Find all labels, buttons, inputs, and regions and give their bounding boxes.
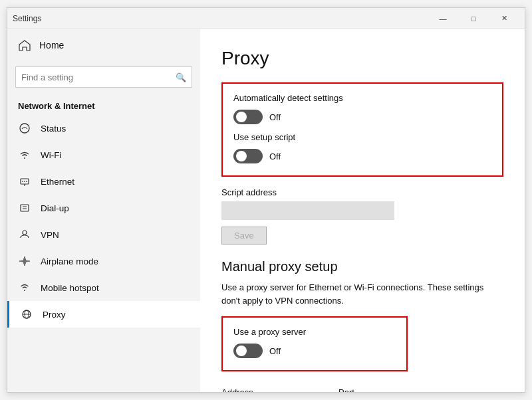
svg-rect-6: [21, 205, 29, 211]
window-controls: — □ ✕: [428, 8, 519, 29]
script-address-input[interactable]: [221, 201, 394, 220]
use-proxy-section: Use a proxy server Off: [221, 316, 408, 371]
sidebar-item-hotspot[interactable]: Mobile hotspot: [7, 274, 200, 301]
sidebar-item-wifi[interactable]: Wi-Fi: [7, 142, 200, 168]
sidebar-item-label: Mobile hotspot: [41, 283, 99, 293]
sidebar-item-label: Airplane mode: [41, 256, 98, 266]
home-label: Home: [39, 40, 64, 50]
search-input[interactable]: [21, 72, 172, 82]
svg-point-9: [23, 231, 27, 235]
sidebar-item-airplane[interactable]: Airplane mode: [7, 248, 200, 274]
sidebar: Home 🔍 Network & Internet Status: [7, 29, 200, 392]
sidebar-item-ethernet[interactable]: Ethernet: [7, 168, 200, 195]
use-proxy-toggle-label: Off: [269, 346, 281, 356]
sidebar-item-label: Ethernet: [41, 177, 74, 187]
auto-detect-label: Automatically detect settings: [233, 93, 491, 103]
sidebar-item-label: Dial-up: [41, 203, 69, 213]
ethernet-icon: [18, 175, 31, 188]
dialup-icon: [18, 201, 31, 215]
svg-point-0: [20, 124, 29, 133]
sidebar-item-label: Wi-Fi: [41, 150, 61, 160]
auto-detect-toggle-label: Off: [269, 112, 281, 122]
vpn-icon: [18, 228, 31, 241]
wifi-icon: [18, 148, 31, 161]
sidebar-item-proxy[interactable]: Proxy: [7, 301, 200, 328]
close-button[interactable]: ✕: [489, 8, 519, 29]
script-address-label: Script address: [221, 187, 503, 197]
search-box[interactable]: 🔍: [15, 66, 192, 88]
maximize-button[interactable]: □: [458, 8, 489, 29]
titlebar: Settings — □ ✕: [7, 8, 525, 29]
main-content: Proxy Automatically detect settings Off …: [200, 29, 525, 392]
setup-script-toggle-row: Off: [233, 149, 491, 163]
use-proxy-toggle-row: Off: [233, 344, 396, 358]
auto-detect-toggle[interactable]: [233, 110, 263, 124]
home-icon: [18, 39, 31, 52]
sidebar-item-dialup[interactable]: Dial-up: [7, 195, 200, 221]
settings-window: Settings — □ ✕ Home 🔍: [7, 7, 525, 393]
page-title: Proxy: [221, 48, 503, 69]
proxy-icon: [20, 308, 33, 321]
status-icon: [18, 122, 31, 135]
manual-proxy-title: Manual proxy setup: [221, 259, 503, 274]
port-section: Port: [338, 387, 392, 392]
setup-script-toggle[interactable]: [233, 149, 263, 163]
window-title: Settings: [13, 14, 41, 23]
content-area: Home 🔍 Network & Internet Status: [7, 29, 525, 392]
hotspot-icon: [18, 281, 31, 294]
setup-script-toggle-label: Off: [269, 151, 281, 161]
sidebar-item-label: Proxy: [43, 310, 66, 320]
address-label: Address: [221, 387, 328, 392]
auto-detect-toggle-row: Off: [233, 110, 491, 124]
sidebar-item-label: Status: [41, 124, 66, 134]
address-port-row: Address Port: [221, 387, 503, 392]
use-proxy-label: Use a proxy server: [233, 327, 396, 337]
save-button[interactable]: Save: [221, 227, 267, 245]
auto-detect-section: Automatically detect settings Off Use se…: [221, 82, 503, 177]
search-icon: 🔍: [176, 72, 186, 82]
minimize-button[interactable]: —: [428, 8, 458, 29]
manual-proxy-desc: Use a proxy server for Ethernet or Wi-Fi…: [221, 281, 487, 307]
sidebar-item-vpn[interactable]: VPN: [7, 221, 200, 248]
airplane-icon: [18, 254, 31, 268]
sidebar-item-home[interactable]: Home: [7, 29, 200, 61]
port-label: Port: [338, 387, 392, 392]
setup-script-label: Use setup script: [233, 132, 491, 142]
sidebar-section-title: Network & Internet: [7, 93, 200, 115]
sidebar-item-status[interactable]: Status: [7, 115, 200, 142]
sidebar-item-label: VPN: [41, 230, 59, 240]
use-proxy-toggle[interactable]: [233, 344, 263, 358]
address-section: Address: [221, 387, 328, 392]
